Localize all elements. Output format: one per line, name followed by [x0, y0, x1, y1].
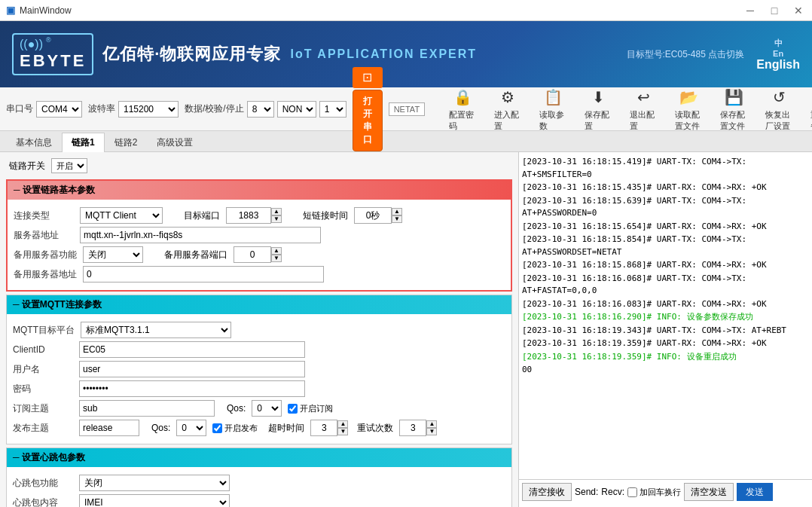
log-bottom: 清空接收 Send: Recv: 加回车换行 清空发送 发送 — [519, 479, 812, 507]
password-input[interactable] — [79, 380, 305, 397]
retry-spinbox: ▲ ▼ — [399, 420, 437, 436]
short-link-spin-btns: ▲ ▼ — [392, 208, 402, 223]
target-model-btn[interactable]: 目标型号:EC05-485 点击切换 — [627, 48, 745, 61]
retry-up[interactable]: ▲ — [426, 420, 437, 428]
maximize-button[interactable]: □ — [767, 3, 782, 18]
backup-port-down[interactable]: ▼ — [271, 255, 282, 262]
save-config-button[interactable]: ⬇ 保存配置 — [578, 84, 618, 135]
chain-switch-label: 链路开关 — [9, 160, 45, 173]
backup-port-input[interactable] — [234, 246, 271, 263]
open-port-button[interactable]: 打开串口 — [353, 90, 383, 151]
pub-qos-label: Qos: — [151, 423, 170, 433]
recv-label: Recv: — [601, 487, 624, 497]
server-addr-label: 服务器地址 — [14, 229, 74, 242]
parity-select[interactable]: NONE — [277, 101, 316, 118]
toolbar: 串口号 COM4 波特率 115200 数据/校验/停止 8 NONE 1 ⊡ … — [0, 87, 812, 131]
config-password-button[interactable]: 🔒 配置密码 — [443, 84, 482, 135]
backup-addr-input[interactable] — [83, 266, 324, 283]
conn-type-select[interactable]: MQTT Client — [80, 207, 163, 224]
short-link-input[interactable] — [354, 207, 392, 224]
log-line: [2023-10-31 16:18:15.854]# UART-TX: COM4… — [522, 234, 809, 258]
password-row: 密码 — [13, 380, 505, 397]
cr-lf-checkbox-label[interactable]: 加回车换行 — [627, 487, 681, 498]
data-bits-select[interactable]: 8 — [247, 101, 274, 118]
target-port-input[interactable] — [226, 207, 271, 224]
cr-lf-checkbox[interactable] — [627, 487, 637, 497]
send-button[interactable]: 发送 — [737, 483, 773, 501]
target-port-down[interactable]: ▼ — [271, 215, 282, 223]
backup-port-up[interactable]: ▲ — [271, 247, 282, 255]
target-port-up[interactable]: ▲ — [271, 208, 282, 215]
right-panel: [2023-10-31 16:18:15.419]# UART-TX: COM4… — [518, 152, 812, 507]
short-link-down[interactable]: ▼ — [392, 215, 402, 223]
tab-chain1[interactable]: 链路1 — [62, 133, 105, 153]
pub-topic-row: 发布主题 Qos: 0 开启发布 超时时间 ▲ — [13, 420, 505, 436]
netat-label: NETAT — [389, 102, 425, 116]
section-mqtt-title: ─ 设置MQTT连接参数 — [13, 298, 102, 311]
chain-switch-select[interactable]: 开启 关闭 — [51, 158, 87, 173]
heartbeat-func-select[interactable]: 关闭 — [79, 475, 230, 491]
password-label: 密码 — [13, 383, 73, 396]
serial-port-icon: ⊡ — [362, 70, 372, 84]
client-id-input[interactable] — [79, 341, 305, 358]
port-label: 串口号 — [6, 102, 33, 115]
lang-label: English — [756, 58, 800, 72]
server-addr-input[interactable] — [80, 227, 321, 243]
language-button[interactable]: 中 En English — [756, 38, 800, 72]
brand-cn: 亿佰特·物联网应用专家 — [102, 43, 281, 66]
section-basic-title: ─ 设置链路基本参数 — [14, 184, 95, 197]
tab-basic-info[interactable]: 基本信息 — [6, 133, 62, 153]
sub-enable-checkbox-label[interactable]: 开启订阅 — [288, 403, 333, 414]
pub-enable-checkbox[interactable] — [212, 423, 222, 433]
cr-lf-label: 加回车换行 — [640, 487, 681, 498]
short-link-up[interactable]: ▲ — [392, 208, 402, 215]
save-config-file-button[interactable]: 💾 保存配置文件 — [714, 84, 753, 135]
heartbeat-func-row: 心跳包功能 关闭 — [13, 475, 505, 491]
tab-advanced[interactable]: 高级设置 — [147, 133, 203, 153]
restart-device-button[interactable]: ⟳ 重启设备 — [804, 84, 812, 135]
clear-send-button[interactable]: 清空发送 — [684, 483, 734, 501]
backup-func-select[interactable]: 关闭 — [83, 246, 143, 263]
stop-bits-select[interactable]: 1 — [319, 101, 346, 118]
timeout-input[interactable] — [310, 420, 337, 436]
timeout-down[interactable]: ▼ — [337, 428, 348, 435]
retry-label: 重试次数 — [357, 422, 393, 435]
section-basic-params: ─ 设置链路基本参数 连接类型 MQTT Client 目标端口 ▲ ▼ — [6, 179, 512, 292]
pub-enable-checkbox-label[interactable]: 开启发布 — [212, 423, 258, 434]
timeout-up[interactable]: ▲ — [337, 420, 348, 428]
clear-recv-button[interactable]: 清空接收 — [522, 483, 572, 501]
tab-chain2[interactable]: 链路2 — [105, 133, 148, 153]
log-line: [2023-10-31 16:18:19.343]# UART-TX: COM4… — [522, 325, 809, 337]
heartbeat-content-label: 心跳包内容 — [13, 496, 73, 508]
server-addr-row: 服务器地址 — [14, 227, 505, 243]
read-params-button[interactable]: 📋 读取参数 — [533, 84, 572, 135]
heartbeat-content-select[interactable]: IMEI — [79, 494, 230, 507]
exit-config-button[interactable]: ↩ 退出配置 — [624, 84, 663, 135]
minimize-button[interactable]: ─ — [743, 3, 758, 18]
brand-en: IoT APPLICATION EXPERT — [290, 47, 477, 61]
username-row: 用户名 — [13, 361, 505, 377]
username-input[interactable] — [79, 361, 305, 377]
log-line: [2023-10-31 16:18:15.868]# UART-RX: COM4… — [522, 259, 809, 272]
port-select[interactable]: COM4 — [36, 101, 82, 118]
section-heartbeat-body: 心跳包功能 关闭 心跳包内容 IMEI 心跳时间(s) — [7, 467, 511, 507]
pub-topic-input[interactable] — [79, 420, 139, 436]
retry-input[interactable] — [399, 420, 426, 436]
retry-down[interactable]: ▼ — [426, 428, 437, 435]
sub-qos-select[interactable]: 0 — [252, 400, 282, 417]
read-config-file-button[interactable]: 📂 读取配置文件 — [669, 84, 708, 135]
sub-enable-checkbox[interactable] — [288, 404, 298, 414]
pub-qos-select[interactable]: 0 — [176, 420, 206, 436]
restore-factory-button[interactable]: ↺ 恢复出厂设置 — [759, 84, 798, 135]
section-mqtt-params: ─ 设置MQTT连接参数 MQTT目标平台 标准MQTT3.1.1 Client… — [6, 295, 512, 444]
baud-select[interactable]: 115200 — [118, 101, 179, 118]
backup-func-row: 备用服务器功能 关闭 备用服务器端口 ▲ ▼ — [14, 246, 505, 263]
header: ((●)) ® EBYTE 亿佰特·物联网应用专家 IoT APPLICATIO… — [0, 21, 812, 87]
ebyte-text: EBYTE — [20, 51, 86, 71]
target-port-spin-btns: ▲ ▼ — [271, 208, 282, 223]
platform-select[interactable]: 标准MQTT3.1.1 — [81, 322, 231, 338]
close-button[interactable]: ✕ — [791, 3, 806, 18]
sub-topic-input[interactable] — [79, 400, 215, 417]
enter-config-button[interactable]: ⚙ 进入配置 — [488, 84, 527, 135]
enter-config-icon: ⚙ — [497, 87, 518, 108]
